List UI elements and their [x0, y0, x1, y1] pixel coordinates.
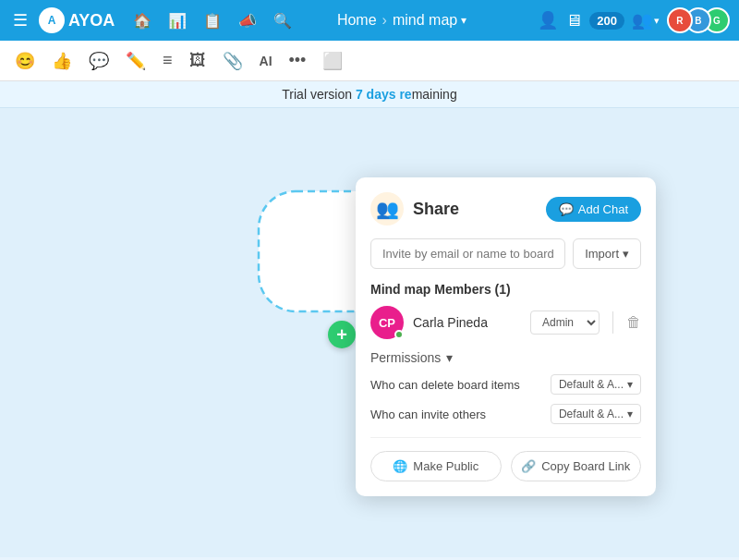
- media-icon[interactable]: ⬜: [317, 47, 348, 75]
- permission-delete-value: Default & A...: [559, 378, 624, 391]
- share-title: Share: [413, 200, 459, 219]
- share-icon: 👥: [370, 192, 404, 225]
- home-tool-icon[interactable]: 🏠: [127, 8, 157, 33]
- breadcrumb-home[interactable]: Home: [337, 12, 377, 29]
- share-footer: 🌐 Make Public 🔗 Copy Board Link: [370, 437, 641, 481]
- make-public-label: Make Public: [413, 459, 479, 473]
- main-canvas[interactable]: + 👥 Share 💬 Add Chat Import ▾ Mind map M…: [0, 108, 739, 557]
- attachment-icon[interactable]: 📎: [217, 47, 248, 75]
- online-indicator: [394, 330, 404, 339]
- list-tool-icon[interactable]: 📋: [198, 8, 227, 33]
- permissions-section: Permissions ▾ Who can delete board items…: [370, 350, 641, 424]
- link-icon: 🔗: [521, 459, 536, 473]
- member-name: Carla Pineda: [413, 315, 521, 330]
- permissions-label: Permissions: [370, 350, 441, 365]
- copy-link-label: Copy Board Link: [541, 459, 630, 473]
- logo-icon: A: [39, 7, 65, 33]
- nav-right: 👤 🖥 200 👥 ▾ R B G: [538, 7, 730, 33]
- member-role-select[interactable]: Admin Editor Viewer: [530, 310, 600, 335]
- import-arrow: ▾: [623, 247, 629, 261]
- member-row: CP Carla Pineda Admin Editor Viewer 🗑: [370, 306, 641, 339]
- trial-text: Trial version: [282, 87, 356, 102]
- top-navigation: ☰ A AYOA 🏠 📊 📋 📣 🔍 Home › mind map ▾ 👤 🖥…: [0, 0, 739, 41]
- nav-left: ☰ A AYOA 🏠 📊 📋 📣 🔍: [9, 6, 297, 34]
- permission-delete-row: Who can delete board items Default & A..…: [370, 374, 641, 395]
- hamburger-menu[interactable]: ☰: [9, 6, 31, 34]
- nav-tools: 🏠 📊 📋 📣 🔍: [127, 8, 297, 33]
- member-initials: CP: [379, 316, 395, 330]
- more-icon[interactable]: •••: [284, 47, 312, 74]
- avatar-1: R: [667, 7, 693, 33]
- monitor-icon[interactable]: 🖥: [565, 11, 582, 30]
- permissions-arrow: ▾: [446, 350, 453, 365]
- permission-invite-value: Default & A...: [559, 408, 624, 420]
- permission-delete-arrow: ▾: [627, 378, 633, 391]
- app-logo: A AYOA: [39, 7, 115, 33]
- breadcrumb-current[interactable]: mind map ▾: [393, 12, 466, 29]
- user-avatars[interactable]: R B G: [667, 7, 730, 33]
- make-public-button[interactable]: 🌐 Make Public: [370, 451, 502, 481]
- pen-icon[interactable]: ✏️: [120, 47, 151, 75]
- like-icon[interactable]: 👍: [46, 47, 78, 75]
- comment-icon[interactable]: 💬: [83, 47, 115, 75]
- image-icon[interactable]: 🖼: [184, 47, 212, 74]
- chat-btn-label: Add Chat: [578, 202, 628, 216]
- members-title: Mind map Members (1): [370, 282, 641, 297]
- search-tool-icon[interactable]: 🔍: [268, 8, 297, 33]
- invite-input[interactable]: [370, 238, 565, 269]
- secondary-toolbar: 😊 👍 💬 ✏️ ≡ 🖼 📎 AI ••• ⬜: [0, 41, 739, 81]
- import-label: Import: [585, 247, 619, 261]
- ai-icon[interactable]: AI: [254, 50, 278, 72]
- breadcrumb-separator: ›: [382, 12, 387, 29]
- logo-text: AYOA: [68, 11, 115, 30]
- permission-invite-arrow: ▾: [627, 408, 633, 420]
- share-header: 👥 Share 💬 Add Chat: [370, 192, 641, 225]
- add-node-button[interactable]: +: [328, 321, 356, 348]
- chart-tool-icon[interactable]: 📊: [163, 8, 192, 33]
- permission-delete-select[interactable]: Default & A... ▾: [551, 374, 641, 395]
- badge-count[interactable]: 200: [589, 12, 624, 30]
- share-title-group: 👥 Share: [370, 192, 459, 225]
- permission-invite-label: Who can invite others: [370, 408, 486, 421]
- permission-invite-select[interactable]: Default & A... ▾: [551, 404, 641, 424]
- permission-delete-label: Who can delete board items: [370, 378, 520, 392]
- person-icon[interactable]: 👤: [538, 10, 558, 30]
- share-popup: 👥 Share 💬 Add Chat Import ▾ Mind map Mem…: [356, 177, 656, 496]
- trial-rest: maining: [412, 87, 457, 102]
- member-delete-button[interactable]: 🗑: [626, 314, 641, 331]
- permission-invite-row: Who can invite others Default & A... ▾: [370, 404, 641, 424]
- import-button[interactable]: Import ▾: [573, 238, 641, 269]
- group-icon-container[interactable]: 👥 ▾: [632, 10, 660, 30]
- group-dropdown-arrow: ▾: [654, 15, 660, 27]
- group-icon: 👥: [632, 10, 652, 30]
- member-row-divider: [612, 311, 613, 334]
- list-icon[interactable]: ≡: [157, 47, 178, 74]
- announce-tool-icon[interactable]: 📣: [233, 8, 262, 33]
- trial-highlight: 7 days re: [356, 87, 412, 102]
- add-chat-button[interactable]: 💬 Add Chat: [546, 197, 641, 222]
- globe-icon: 🌐: [393, 459, 407, 473]
- trial-banner: Trial version 7 days remaining: [0, 81, 739, 108]
- chat-btn-icon: 💬: [559, 202, 574, 216]
- permissions-header[interactable]: Permissions ▾: [370, 350, 641, 365]
- invite-row: Import ▾: [370, 238, 641, 269]
- emoji-icon[interactable]: 😊: [9, 47, 41, 75]
- member-avatar: CP: [370, 306, 404, 339]
- nav-breadcrumb: Home › mind map ▾: [337, 12, 466, 29]
- copy-board-link-button[interactable]: 🔗 Copy Board Link: [511, 451, 642, 481]
